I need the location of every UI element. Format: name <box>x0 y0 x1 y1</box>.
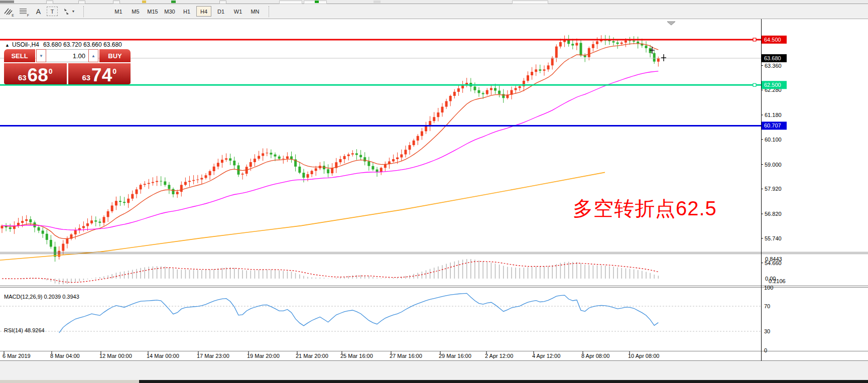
timeframe-m30[interactable]: M30 <box>162 6 177 17</box>
svg-text:100: 100 <box>764 285 773 291</box>
svg-text:55.740: 55.740 <box>765 235 782 241</box>
toolbar-fragment <box>315 1 319 3</box>
timeframe-m1[interactable]: M1 <box>111 6 126 17</box>
sell-button[interactable]: SELL <box>4 49 35 62</box>
svg-text:70: 70 <box>764 303 770 309</box>
bottom-taskbar-strip <box>0 380 868 383</box>
toolbar-separator <box>83 6 86 17</box>
svg-text:57.920: 57.920 <box>765 186 782 192</box>
drawing-toolbar: E F A T ▼ M1 M5 M15 M30 H1 H4 D1 W1 MN <box>0 4 868 19</box>
ask-big-digits: 74 <box>91 67 112 84</box>
svg-text:17 Mar 23:00: 17 Mar 23:00 <box>197 353 229 359</box>
equidistant-channel-icon[interactable]: E <box>2 6 15 17</box>
svg-text:56.820: 56.820 <box>765 211 782 217</box>
fibonacci-grid-icon[interactable]: F <box>17 6 30 17</box>
volume-decrease-icon[interactable]: ▼ <box>36 49 46 62</box>
toolbar-fragment <box>219 1 226 4</box>
collapse-arrow-icon[interactable]: ▲ <box>5 43 10 48</box>
ask-sup-digit: 0 <box>112 67 116 75</box>
timeframe-m5[interactable]: M5 <box>128 6 143 17</box>
toolbar-fragment <box>113 1 120 4</box>
toolbar-separator <box>269 6 271 17</box>
timeframe-group: M1 M5 M15 M30 H1 H4 D1 W1 MN <box>110 6 264 17</box>
tool-badge: E <box>12 14 14 17</box>
chart-title: ▲USOil-,H463.680 63.720 63.660 63.680 <box>5 41 122 48</box>
svg-text:0.2106: 0.2106 <box>769 278 786 284</box>
svg-text:0.8443: 0.8443 <box>765 256 782 262</box>
volume-stepper: ▼ ▲ <box>36 49 98 62</box>
chart-text-annotation[interactable]: 多空转折点62.5 <box>573 195 717 222</box>
symbol-period-label: USOil-,H4 <box>12 41 39 48</box>
text-label-icon[interactable]: A <box>32 6 45 17</box>
ohlc-values: 63.680 63.720 63.660 63.680 <box>43 41 122 48</box>
one-click-trade-panel: SELL ▼ ▲ BUY 63 68 0 63 74 0 <box>4 49 131 84</box>
svg-text:14 Mar 00:00: 14 Mar 00:00 <box>147 353 179 359</box>
svg-text:59.000: 59.000 <box>765 162 782 168</box>
svg-text:8 Apr 08:00: 8 Apr 08:00 <box>581 353 609 359</box>
bid-big-digits: 68 <box>28 67 48 84</box>
toolbar-fragment <box>512 1 548 4</box>
toolbar-fragment <box>46 1 53 4</box>
toolbar-fragment <box>78 1 85 4</box>
svg-text:63.360: 63.360 <box>765 63 782 69</box>
toolbar-fragment <box>279 1 302 4</box>
timeframe-h1[interactable]: H1 <box>179 6 194 17</box>
svg-text:0: 0 <box>764 347 767 353</box>
tool-badge: F <box>27 14 29 17</box>
bid-prefix: 63 <box>18 73 27 82</box>
cropped-toolbar-strip <box>0 0 868 4</box>
svg-text:30: 30 <box>764 328 770 334</box>
arrows-tool-icon[interactable]: ▼ <box>59 6 78 17</box>
toolbar-fragment <box>142 1 146 3</box>
timeframe-w1[interactable]: W1 <box>230 6 245 17</box>
volume-increase-icon[interactable]: ▲ <box>88 49 98 62</box>
chevron-down-icon: ▼ <box>72 10 75 13</box>
svg-text:63.680: 63.680 <box>764 55 781 61</box>
volume-input[interactable] <box>46 49 88 62</box>
bid-price-panel[interactable]: 63 68 0 <box>4 63 67 84</box>
svg-text:60.707: 60.707 <box>764 122 781 129</box>
svg-text:12 Mar 00:00: 12 Mar 00:00 <box>99 353 132 359</box>
ask-prefix: 63 <box>82 73 90 82</box>
svg-text:25 Mar 16:00: 25 Mar 16:00 <box>340 353 373 359</box>
timeframe-h4[interactable]: H4 <box>196 6 211 17</box>
svg-text:61.180: 61.180 <box>765 112 782 118</box>
svg-text:8 Mar 04:00: 8 Mar 04:00 <box>50 353 80 359</box>
svg-text:29 Mar 16:00: 29 Mar 16:00 <box>439 353 471 359</box>
text-box-icon[interactable]: T <box>47 7 58 16</box>
svg-text:19 Mar 20:00: 19 Mar 20:00 <box>247 353 280 359</box>
svg-text:6 Mar 2019: 6 Mar 2019 <box>3 353 31 359</box>
bid-sup-digit: 0 <box>49 67 53 75</box>
svg-text:64.500: 64.500 <box>764 37 781 43</box>
ask-price-panel[interactable]: 63 74 0 <box>68 63 131 84</box>
bottom-scrollbar-stub <box>0 380 139 383</box>
timeframe-m15[interactable]: M15 <box>145 6 160 17</box>
svg-text:10 Apr 08:00: 10 Apr 08:00 <box>628 353 659 359</box>
macd-indicator-label: MACD(12,26,9) 0.2039 0.3943 <box>4 294 79 300</box>
rsi-indicator-label: RSI(14) 48.9264 <box>4 327 45 333</box>
svg-text:27 Mar 16:00: 27 Mar 16:00 <box>390 353 422 359</box>
svg-text:4 Apr 12:00: 4 Apr 12:00 <box>532 353 560 359</box>
toolbar-fragment <box>374 1 381 3</box>
chart-window: 63.36062.28061.18060.10059.00057.92056.8… <box>0 19 868 383</box>
svg-text:60.100: 60.100 <box>765 137 782 143</box>
svg-text:2 Apr 12:00: 2 Apr 12:00 <box>485 353 513 359</box>
svg-text:21 Mar 20:00: 21 Mar 20:00 <box>296 353 328 359</box>
timeframe-d1[interactable]: D1 <box>213 6 228 17</box>
toolbar-fragment <box>0 1 14 3</box>
toolbar-fragment <box>171 1 176 3</box>
buy-button[interactable]: BUY <box>99 49 131 62</box>
svg-text:62.500: 62.500 <box>764 82 781 88</box>
timeframe-mn[interactable]: MN <box>247 6 263 17</box>
